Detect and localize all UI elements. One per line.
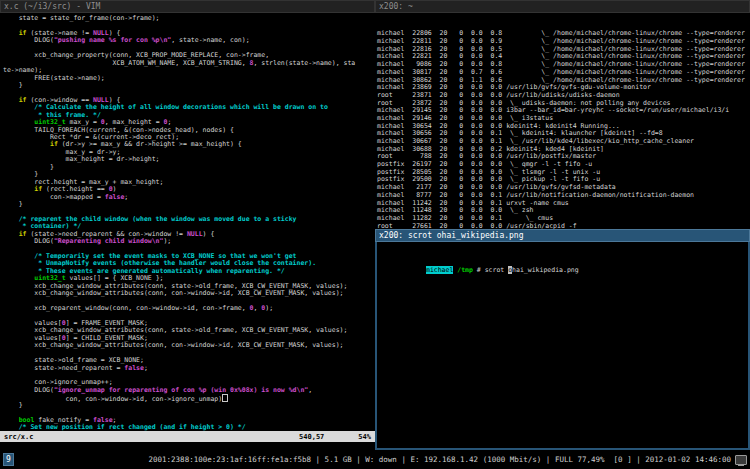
shell-prompt-bottom: michael /tmp # scrot ohai_wikipedia.png (379, 259, 748, 267)
terminal-window-scrot: x200: scrot ohai_wikipedia.png michael /… (375, 229, 750, 450)
typed-command: scrot (485, 266, 508, 274)
workspace-button-9[interactable]: 9 (3, 453, 14, 466)
terminal-top-titlebar[interactable]: x200: ~ (375, 0, 750, 13)
vim-window: x.c (~/i3/src) - VIM state = state_for_f… (0, 0, 375, 450)
prompt-symbol: # (473, 266, 485, 274)
terminal-bottom-titlebar[interactable]: x200: scrot ohai_wikipedia.png (375, 229, 750, 242)
vim-statusline-filename: src/x.c (4, 433, 34, 441)
vim-cursor-position: 540,57 (299, 433, 324, 441)
prompt-username: michael (426, 266, 453, 274)
typed-command-rest: hai_wikipedia.png (512, 266, 579, 274)
vim-buffer[interactable]: state = state_for_frame(con->frame); if … (0, 13, 375, 431)
workspace-9: x.c (~/i3/src) - VIM state = state_for_f… (0, 0, 750, 450)
vim-window-titlebar[interactable]: x.c (~/i3/src) - VIM (0, 0, 375, 13)
terminal-window-process-list: x200: ~ michael 22806 20 0 0.0 0.8 \_ /h… (375, 0, 750, 229)
i3status-bar: 2001:2388:100e:23:1af:16ff:fe1a:f5b8 | 5… (149, 455, 747, 465)
terminal-bottom-content[interactable]: michael /tmp # scrot ohai_wikipedia.png (375, 242, 750, 450)
i3-desktop: x.c (~/i3/src) - VIM state = state_for_f… (0, 0, 750, 469)
display-icon (735, 455, 747, 465)
terminal-top-content[interactable]: michael 22806 20 0 0.0 0.8 \_ /home/mich… (375, 13, 750, 229)
right-column: x200: ~ michael 22806 20 0 0.0 0.8 \_ /h… (375, 0, 750, 450)
vim-commandline (0, 442, 375, 450)
vim-pane[interactable]: state = state_for_frame(con->frame); if … (0, 13, 375, 450)
i3bar: 9 2001:2388:100e:23:1af:16ff:fe1a:f5b8 |… (0, 450, 750, 469)
vim-scroll-percent: 54% (358, 433, 371, 441)
status-text: 2001:2388:100e:23:1af:16ff:fe1a:f5b8 | 5… (149, 455, 731, 464)
prompt-cwd: /tmp (457, 266, 473, 274)
vim-statusline: src/x.c 540,57 54% (0, 431, 375, 442)
process-list: michael 22806 20 0 0.0 0.8 \_ /home/mich… (377, 30, 750, 229)
